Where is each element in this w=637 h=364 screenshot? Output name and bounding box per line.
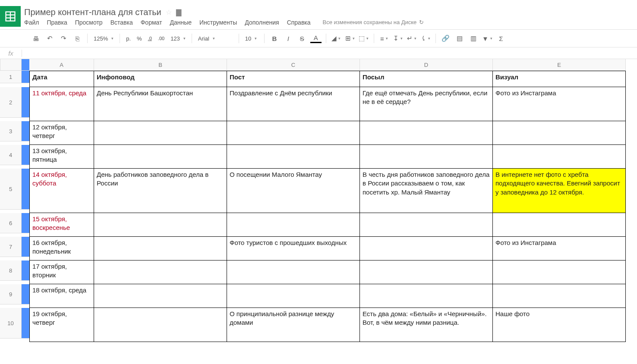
cell-3-a[interactable]: 12 октября, четверг [29,121,94,145]
undo-icon[interactable]: ↶ [44,33,55,44]
row-header-1[interactable]: 1 [0,71,22,83]
header-cell-b[interactable]: Инфоповод [94,71,227,87]
h-align-btn[interactable]: ≡ [378,33,390,44]
currency-btn[interactable]: р. [124,35,132,42]
strike-btn[interactable]: S [296,33,308,44]
percent-btn[interactable]: % [135,35,144,42]
row-selector[interactable] [22,284,29,304]
italic-btn[interactable]: I [283,33,294,44]
cell-3-d[interactable] [360,121,493,145]
cell-7-e[interactable]: Фото из Инстаграма [493,237,626,260]
row-selector[interactable] [22,237,29,257]
cell-4-a[interactable]: 13 октября, пятница [29,145,94,169]
col-header-B[interactable]: B [94,59,227,71]
row-selector[interactable] [22,71,29,83]
row-selector[interactable] [22,145,29,165]
cell-10-c[interactable]: О принципиальной разнице между домами [227,308,360,342]
row-header-9[interactable]: 9 [0,284,22,304]
row-header-8[interactable]: 8 [0,260,22,281]
sheets-logo[interactable] [0,6,21,27]
menu-addons[interactable]: Дополнения [245,19,279,26]
more-formats-btn[interactable]: 123 [169,35,187,42]
col-header-E[interactable]: E [493,59,626,71]
menu-view[interactable]: Просмотр [75,19,103,26]
header-cell-c[interactable]: Пост [227,71,360,87]
chart-icon[interactable]: ▥ [468,33,479,44]
link-icon[interactable]: 🔗 [440,33,451,44]
cell-4-b[interactable] [94,145,227,169]
menu-data[interactable]: Данные [170,19,192,26]
row-selector[interactable] [22,121,29,141]
cell-7-d[interactable] [360,237,493,260]
cell-8-c[interactable] [227,260,360,284]
row-selector[interactable] [22,213,29,233]
menu-edit[interactable]: Правка [47,19,67,26]
paint-format-icon[interactable]: ⎘ [72,33,83,44]
cell-10-b[interactable] [94,308,227,342]
cell-5-b[interactable]: День работников заповедного дела в Росси… [94,169,227,213]
borders-btn[interactable]: ⊞ [344,33,356,44]
text-color-btn[interactable]: A [310,34,322,43]
doc-title[interactable]: Пример контент-плана для статьи [24,7,161,17]
star-icon[interactable]: ☆ [166,8,172,16]
fill-color-btn[interactable]: ◢ [331,33,342,44]
row-header-2[interactable]: 2 [0,87,22,118]
cell-5-e[interactable]: В интернете нет фото с хребта подходящег… [493,169,626,213]
cell-6-b[interactable] [94,213,227,237]
cell-9-e[interactable] [493,284,626,308]
merge-btn[interactable]: ⬚ [358,33,369,44]
cell-7-a[interactable]: 16 октября, понедельник [29,237,94,260]
row-header-4[interactable]: 4 [0,145,22,165]
cell-6-d[interactable] [360,213,493,237]
cell-2-e[interactable]: Фото из Инстаграма [493,87,626,121]
cell-2-d[interactable]: Где ещё отмечать День республики, если н… [360,87,493,121]
row-header-3[interactable]: 3 [0,121,22,141]
col-selector[interactable] [22,59,29,71]
col-header-A[interactable]: A [29,59,94,71]
bold-btn[interactable]: B [269,33,280,44]
cell-4-c[interactable] [227,145,360,169]
cell-7-c[interactable]: Фото туристов с прошедших выходных [227,237,360,260]
cell-8-e[interactable] [493,260,626,284]
row-header-7[interactable]: 7 [0,237,22,257]
row-selector[interactable] [22,169,29,210]
row-header-6[interactable]: 6 [0,213,22,233]
comment-icon[interactable]: ▤ [454,33,465,44]
cell-5-d[interactable]: В честь дня работников заповедного дела … [360,169,493,213]
cell-10-e[interactable]: Наше фото [493,308,626,342]
dec-decrease-btn[interactable]: .0 [146,36,154,41]
cell-6-e[interactable] [493,213,626,237]
cell-10-a[interactable]: 19 октября, четверг [29,308,94,342]
menu-help[interactable]: Справка [287,19,311,26]
filter-icon[interactable]: ▼ [482,33,493,44]
zoom-select[interactable]: 125% [92,35,115,42]
cell-2-b[interactable]: День Республики Башкортостан [94,87,227,121]
cell-4-e[interactable] [493,145,626,169]
select-all-btn[interactable] [0,59,22,71]
wrap-btn[interactable]: ↵ [406,33,417,44]
print-icon[interactable]: 🖶 [30,33,41,44]
v-align-btn[interactable]: ↧ [392,33,404,44]
cell-9-d[interactable] [360,284,493,308]
cell-6-c[interactable] [227,213,360,237]
menu-insert[interactable]: Вставка [110,19,133,26]
cell-5-a[interactable]: 14 октября, суббота [29,169,94,213]
cell-3-b[interactable] [94,121,227,145]
cell-9-c[interactable] [227,284,360,308]
cell-8-d[interactable] [360,260,493,284]
cell-2-c[interactable]: Поздравление с Днём республики [227,87,360,121]
row-header-5[interactable]: 5 [0,169,22,210]
font-select[interactable]: Arial [196,35,234,42]
menu-format[interactable]: Формат [141,19,162,26]
row-selector[interactable] [22,308,29,339]
rotate-btn[interactable]: ⤹ [420,33,431,44]
cell-8-b[interactable] [94,260,227,284]
redo-icon[interactable]: ↷ [58,33,69,44]
cell-10-d[interactable]: Есть два дома: «Белый» и «Черничный». Во… [360,308,493,342]
menu-tools[interactable]: Инструменты [199,19,237,26]
font-size-select[interactable]: 10 [243,35,260,42]
cell-5-c[interactable]: О посещении Малого Ямантау [227,169,360,213]
cell-9-a[interactable]: 18 октября, среда [29,284,94,308]
dec-increase-btn[interactable]: .00 [156,36,166,41]
functions-icon[interactable]: Σ [495,33,507,44]
